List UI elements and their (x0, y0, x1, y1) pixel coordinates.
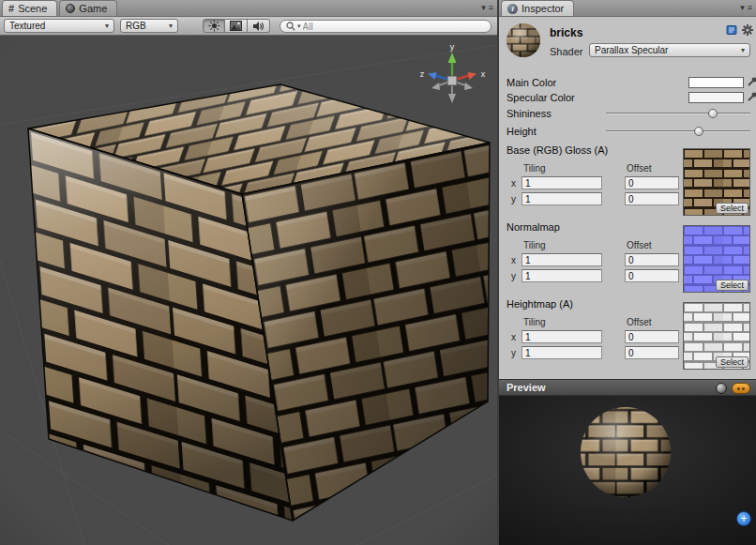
search-icon (286, 22, 295, 31)
gizmo-y-cone[interactable] (448, 53, 457, 63)
speaker-icon (252, 21, 265, 32)
offset-y-input[interactable] (625, 346, 679, 359)
x-axis-label: x (511, 255, 516, 265)
x-axis-label: x (511, 332, 516, 342)
select-texture-button[interactable]: Select (716, 203, 748, 214)
color-channel-label: RGB (126, 21, 146, 31)
tiling-y-input[interactable] (522, 346, 602, 359)
specular-color-label: Specular Color (507, 92, 575, 103)
unity-editor-window: # Scene Game ▾ ≡ Textured ▾ RGB ▾ (0, 0, 756, 545)
preview-header[interactable]: Preview (499, 379, 756, 396)
scene-viewport[interactable]: y x z (0, 36, 497, 545)
scene-panel-menu[interactable]: ▾ ≡ (481, 3, 493, 12)
texture-thumbnail-heightmap[interactable]: Select (683, 302, 750, 370)
game-icon (66, 4, 75, 13)
texture-thumbnail-diffuse[interactable]: Select (683, 148, 750, 216)
slider-thumb[interactable] (708, 109, 718, 118)
tab-scene[interactable]: # Scene (2, 0, 57, 16)
height-slider[interactable] (606, 126, 750, 137)
shader-dropdown[interactable]: Parallax Specular ▾ (589, 43, 750, 57)
tab-game-label: Game (79, 3, 107, 14)
texture-thumbnail-normalmap[interactable]: Select (683, 225, 750, 293)
x-axis-label: x (511, 178, 516, 189)
select-texture-button[interactable]: Select (716, 356, 748, 368)
tab-scene-label: Scene (18, 3, 47, 14)
inspector-panel-menu[interactable]: ▾ ≡ (740, 3, 752, 12)
offset-x-input[interactable] (625, 253, 679, 266)
inspector-tabstrip: i Inspector ▾ ≡ (499, 0, 756, 17)
scene-lighting-toggle[interactable] (203, 19, 225, 33)
gizmo-y-label: y (450, 42, 455, 52)
inspector-panel: i Inspector ▾ ≡ bricks Shader Parallax S… (499, 0, 756, 545)
tiling-y-input[interactable] (522, 192, 602, 205)
texture-section-normalmap: Normalmap Tiling Offset x y Select (499, 221, 756, 298)
preview-add-button[interactable]: + (736, 511, 751, 526)
tab-inspector[interactable]: i Inspector (501, 0, 574, 16)
shader-label: Shader (550, 46, 582, 57)
tiling-x-input[interactable] (522, 253, 602, 266)
offset-column-label: Offset (627, 240, 652, 250)
preview-light-toggle[interactable] (732, 383, 750, 394)
offset-x-input[interactable] (625, 176, 679, 189)
offset-y-input[interactable] (625, 192, 679, 205)
material-name: bricks (550, 26, 582, 39)
preview-mesh-toggle[interactable] (716, 383, 727, 394)
scene-orientation-gizmo[interactable]: y x z (415, 41, 490, 116)
eyedropper-icon[interactable] (747, 90, 756, 102)
offset-x-input[interactable] (625, 330, 679, 343)
color-channel-dropdown[interactable]: RGB ▾ (120, 19, 178, 33)
search-input[interactable] (303, 22, 472, 32)
shader-value: Parallax Specular (595, 45, 668, 55)
panel-dropdown-icon: ▾ (481, 3, 486, 12)
chevron-down-icon: ▾ (741, 46, 745, 54)
panel-menu-icon: ≡ (489, 3, 493, 12)
search-scope-arrow[interactable]: ▾ (297, 23, 301, 30)
scene-audio-toggle[interactable] (248, 19, 270, 33)
gear-icon[interactable] (742, 24, 753, 36)
scene-grid-icon: # (8, 3, 14, 14)
scene-panel: # Scene Game ▾ ≡ Textured ▾ RGB ▾ (0, 0, 497, 545)
scene-tabstrip: # Scene Game ▾ ≡ (0, 0, 497, 17)
scene-skybox-toggle[interactable] (225, 19, 248, 33)
tiling-x-input[interactable] (522, 330, 602, 343)
offset-column-label: Offset (627, 317, 652, 327)
draw-mode-label: Textured (9, 21, 45, 31)
y-axis-label: y (511, 348, 516, 358)
tiling-column-label: Tiling (523, 163, 546, 174)
gizmo-x-cone[interactable] (468, 72, 477, 80)
offset-y-input[interactable] (625, 269, 679, 282)
draw-mode-dropdown[interactable]: Textured ▾ (4, 19, 114, 33)
inspector-body: bricks Shader Parallax Specular ▾ (499, 17, 756, 379)
tab-inspector-label: Inspector (522, 3, 564, 14)
main-color-label: Main Color (507, 77, 556, 88)
eyedropper-icon[interactable] (747, 75, 756, 87)
tiling-y-input[interactable] (522, 269, 602, 282)
specular-color-swatch[interactable] (688, 92, 744, 103)
preview-body: + (499, 396, 756, 545)
section-title: Base (RGB) Gloss (A) (507, 144, 608, 156)
y-axis-label: y (511, 194, 516, 204)
texture-section-base: Base (RGB) Gloss (A) Tiling Offset x y S… (499, 144, 756, 221)
info-icon: i (507, 4, 518, 14)
gizmo-x-label: x (481, 69, 486, 79)
panel-menu-icon: ≡ (748, 3, 752, 12)
slider-thumb[interactable] (694, 127, 703, 136)
gizmo-center-cube[interactable] (447, 76, 457, 85)
y-axis-label: y (511, 271, 516, 281)
shininess-label: Shininess (507, 108, 552, 119)
section-title: Normalmap (507, 221, 560, 233)
material-preview-sphere[interactable] (499, 396, 756, 545)
slider-track (606, 113, 750, 114)
gizmo-z-cone[interactable] (428, 72, 437, 80)
image-icon (230, 21, 242, 31)
shininess-slider[interactable] (606, 108, 750, 119)
scene-search: ▾ (280, 20, 491, 33)
select-texture-button[interactable]: Select (716, 280, 748, 291)
help-book-icon[interactable] (726, 24, 737, 36)
preview-title: Preview (507, 382, 546, 393)
slider-track (606, 130, 750, 132)
tiling-x-input[interactable] (522, 176, 602, 189)
tab-game[interactable]: Game (59, 0, 117, 16)
main-color-swatch[interactable] (688, 77, 744, 88)
panel-dropdown-icon: ▾ (740, 3, 745, 12)
